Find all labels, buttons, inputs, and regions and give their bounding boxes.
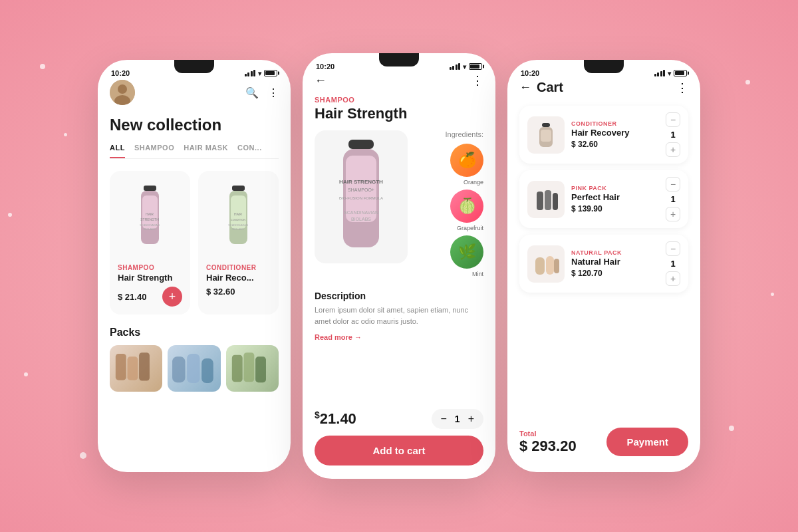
time: 10:20 — [316, 63, 334, 70]
total-section: Total $ 293.20 — [519, 430, 577, 455]
cart-qty-control: − 1 + — [666, 241, 680, 286]
product-card-shampoo[interactable]: HAIR STRENGTH SCANDINAVIAN BIOLABS SHAMP… — [110, 171, 190, 315]
description-title: Description — [315, 291, 483, 301]
status-icons: ▾ — [450, 63, 483, 70]
products-grid: HAIR STRENGTH SCANDINAVIAN BIOLABS SHAMP… — [110, 171, 279, 315]
svg-rect-20 — [172, 356, 185, 382]
tab-all[interactable]: ALL — [110, 144, 125, 158]
svg-rect-21 — [187, 354, 200, 383]
cart-decrement-btn[interactable]: − — [666, 112, 680, 127]
cart-item-image — [527, 245, 565, 283]
decorative-dot — [729, 426, 734, 431]
more-icon[interactable]: ⋮ — [268, 86, 279, 99]
product-name: Hair Reco... — [206, 273, 271, 283]
svg-text:HAIR: HAIR — [234, 212, 242, 216]
wifi-icon: ▾ — [258, 70, 261, 77]
increment-button[interactable]: + — [468, 413, 474, 425]
pack-thumbnail-3[interactable] — [226, 345, 279, 392]
avatar — [110, 80, 135, 105]
product-card-conditioner[interactable]: HAIR CONDITION SCANDINAVIAN BIOLABS COND… — [198, 171, 279, 315]
svg-rect-41 — [546, 256, 554, 275]
product-price: $ 32.60 — [206, 287, 235, 297]
p1-header: 🔍 ⋮ — [110, 80, 279, 105]
back-button[interactable]: ← — [519, 80, 531, 94]
svg-text:CONDITION: CONDITION — [231, 218, 246, 221]
more-button[interactable]: ⋮ — [471, 73, 483, 88]
packs-title: Packs — [110, 327, 279, 338]
battery-icon — [264, 70, 277, 76]
product-image: HAIR STRENGTH SCANDINAVIAN BIOLABS — [118, 179, 182, 259]
ingredient-orange: 🍊 Orange — [416, 144, 483, 186]
signal-icon — [245, 70, 256, 76]
mint-label: Mint — [472, 271, 483, 277]
cart-title: Cart — [537, 80, 563, 95]
add-to-cart-button[interactable]: + — [162, 287, 182, 307]
svg-rect-38 — [545, 190, 551, 210]
product-price: $ 21.40 — [118, 292, 146, 302]
pack-thumbnail-2[interactable] — [168, 345, 220, 392]
product-price: $21.40 — [315, 410, 356, 428]
ingredient-grapefruit: 🍈 Grapefruit — [416, 190, 483, 231]
cart-increment-btn[interactable]: + — [666, 207, 680, 221]
product-category: SHAMPOO — [118, 264, 182, 271]
signal-icon — [450, 63, 461, 70]
back-button[interactable]: ← — [315, 74, 327, 88]
cart-decrement-btn[interactable]: − — [666, 177, 680, 192]
pack-thumbnail-1[interactable] — [110, 345, 162, 392]
product-name: Hair Strength — [118, 273, 182, 283]
svg-point-1 — [118, 84, 127, 94]
ingredients-label: Ingredients: — [416, 130, 483, 138]
cart-item-price: $ 120.70 — [571, 269, 659, 278]
add-to-cart-button[interactable]: Add to cart — [315, 436, 483, 466]
cart-decrement-btn[interactable]: − — [666, 241, 680, 256]
cart-item-natural-pack: NATURAL PACK Natural Hair $ 120.70 − 1 + — [519, 235, 688, 293]
p3-nav: ← Cart ⋮ — [519, 80, 688, 95]
decorative-dot — [40, 64, 45, 69]
decorative-dot — [745, 80, 750, 84]
total-amount: $ 293.20 — [519, 438, 577, 455]
phones-container: 10:20 ▾ — [98, 53, 700, 479]
cart-item-category: CONDITIONER — [571, 120, 659, 127]
svg-rect-34 — [542, 123, 550, 127]
svg-text:BIOLABS: BIOLABS — [144, 227, 155, 231]
cart-qty-value: 1 — [670, 259, 675, 269]
read-more-link[interactable]: Read more → — [315, 333, 362, 341]
svg-rect-36 — [541, 130, 551, 142]
svg-rect-24 — [243, 352, 254, 382]
cart-item-conditioner: CONDITIONER Hair Recovery $ 32.60 − 1 + — [519, 106, 688, 164]
orange-label: Orange — [464, 179, 483, 186]
svg-rect-26 — [348, 140, 374, 149]
search-icon[interactable]: 🔍 — [245, 86, 259, 99]
cart-item-details: NATURAL PACK Natural Hair $ 120.70 — [571, 249, 659, 278]
svg-text:SCANDINAVIAN: SCANDINAVIAN — [344, 210, 378, 215]
more-button[interactable]: ⋮ — [676, 80, 688, 95]
tab-shampoo[interactable]: SHAMPOO — [134, 144, 174, 158]
wifi-icon: ▾ — [668, 70, 671, 77]
svg-rect-25 — [255, 356, 266, 382]
svg-text:HAIR STRENGTH: HAIR STRENGTH — [339, 179, 383, 185]
p2-price-row: $21.40 − 1 + — [315, 409, 483, 429]
notch — [366, 53, 432, 68]
phone-collection: 10:20 ▾ — [98, 60, 291, 472]
svg-text:BIO-FUSION FORMULA: BIO-FUSION FORMULA — [339, 196, 383, 200]
svg-rect-3 — [144, 186, 156, 191]
battery-icon — [674, 70, 687, 76]
p2-main-area: HAIR STRENGTH SHAMPOO+ BIO-FUSION FORMUL… — [315, 130, 483, 281]
p3-nav-left: ← Cart — [519, 80, 563, 95]
tab-conditioner[interactable]: CON... — [237, 144, 262, 158]
time: 10:20 — [521, 69, 539, 77]
battery-icon — [469, 63, 482, 70]
product-price-row: $ 32.60 — [206, 287, 271, 297]
svg-text:SCANDINAVIAN: SCANDINAVIAN — [228, 223, 248, 227]
svg-text:HAIR: HAIR — [146, 212, 154, 216]
cart-item-price: $ 32.60 — [571, 140, 659, 149]
decorative-dot — [8, 213, 12, 217]
payment-button[interactable]: Payment — [606, 428, 688, 456]
cart-item-image — [527, 181, 565, 218]
svg-rect-18 — [127, 356, 138, 380]
cart-increment-btn[interactable]: + — [666, 271, 680, 286]
svg-rect-19 — [139, 352, 150, 380]
cart-increment-btn[interactable]: + — [666, 142, 680, 157]
decrement-button[interactable]: − — [441, 413, 447, 425]
tab-hair-mask[interactable]: HAIR MASK — [184, 144, 228, 158]
